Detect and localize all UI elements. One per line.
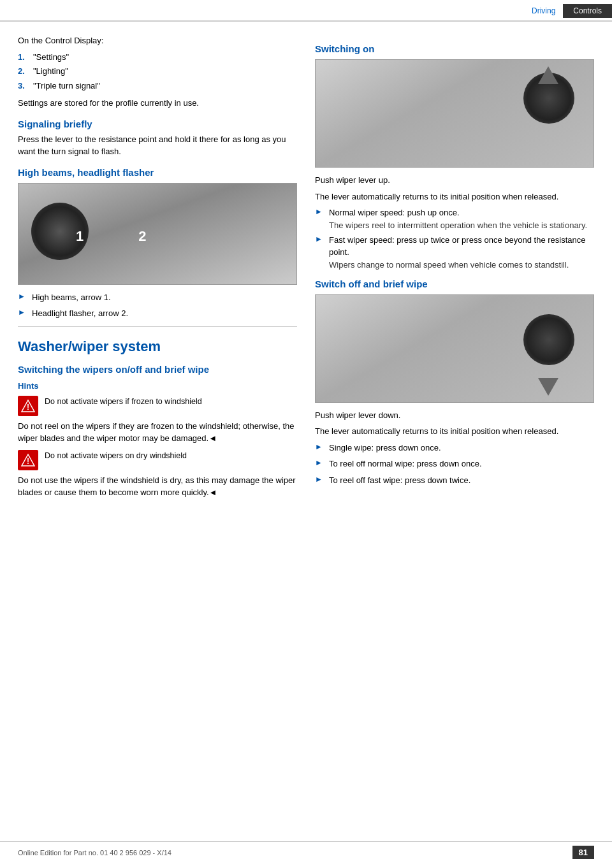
bullet-arrow-2: ►: [18, 308, 27, 317]
numbered-item-1: 1. "Settings": [18, 51, 297, 64]
item-2-text: "Lighting": [33, 65, 68, 78]
bullet-fast-speed: ► Fast wiper speed: press up twice or pr…: [315, 234, 594, 270]
bullet-arrow-7: ►: [315, 475, 324, 484]
warning-2-detail: Do not use the wipers if the windshield …: [18, 474, 297, 499]
warning-1-text: Do not activate wipers if frozen to wind…: [45, 396, 202, 408]
num-2: 2.: [18, 65, 29, 78]
bullet-fast-wipe-label: To reel off fast wipe: press down twice.: [329, 474, 470, 487]
wiper-lever-up-image: [315, 59, 594, 168]
bullet-single-wipe: ► Single wipe: press down once.: [315, 442, 594, 454]
main-content: On the Control Display: 1. "Settings" 2.…: [0, 22, 612, 516]
wiper-lever-down-image: [315, 294, 594, 403]
high-beams-image: [18, 183, 297, 285]
high-beams-bullets: ► High beams, arrow 1. ► Headlight flash…: [18, 291, 297, 320]
settings-note: Settings are stored for the profile curr…: [18, 97, 297, 110]
header-driving-label: Driving: [524, 4, 563, 18]
warning-triangle-icon-2: !: [21, 453, 35, 467]
warning-box-1: ! Do not activate wipers if frozen to wi…: [18, 396, 297, 416]
bullet-normal-speed: ► Normal wiper speed: push up once. The …: [315, 206, 594, 230]
bullet-single-wipe-label: Single wipe: press down once.: [329, 442, 441, 454]
warning-icon-2: !: [18, 450, 38, 470]
page-header: Driving Controls: [0, 0, 612, 22]
switching-on-bullets: ► Normal wiper speed: push up once. The …: [315, 206, 594, 270]
bullet-normal-speed-label: Normal wiper speed: push up once.: [329, 206, 587, 219]
page-footer: Online Edition for Part no. 01 40 2 956 …: [0, 841, 612, 859]
high-beams-title: High beams, headlight flasher: [18, 167, 297, 178]
warning-box-2: ! Do not activate wipers on dry windshie…: [18, 450, 297, 470]
intro-text: On the Control Display:: [18, 34, 297, 47]
numbered-list: 1. "Settings" 2. "Lighting" 3. "Triple t…: [18, 51, 297, 92]
bullet-arrow-4: ►: [315, 235, 324, 243]
switch-off-title: Switch off and brief wipe: [315, 278, 594, 289]
signaling-briefly-text: Press the lever to the resistance point …: [18, 133, 297, 158]
item-3-text: "Triple turn signal": [33, 80, 100, 92]
footer-page: 81: [572, 846, 594, 859]
header-controls-label: Controls: [563, 4, 612, 18]
num-1: 1.: [18, 51, 29, 64]
warning-2-text: Do not activate wipers on dry windshield: [45, 450, 187, 462]
hints-title: Hints: [18, 381, 297, 391]
bullet-fast-speed-label: Fast wiper speed: press up twice or pres…: [329, 234, 594, 259]
arrow-up-icon: [538, 66, 558, 84]
bullet-arrow-1: ►: [18, 292, 27, 301]
numbered-item-3: 3. "Triple turn signal": [18, 80, 297, 92]
bullet-high-beams-2-text: Headlight flasher, arrow 2.: [32, 307, 128, 320]
bullet-high-beams-1: ► High beams, arrow 1.: [18, 291, 297, 304]
switching-wipers-title: Switching the wipers on/off and brief wi…: [18, 364, 297, 375]
lever-returns-2-text: The lever automatically returns to its i…: [315, 425, 594, 438]
bullet-arrow-6: ►: [315, 458, 324, 467]
bullet-fast-wipe: ► To reel off fast wipe: press down twic…: [315, 474, 594, 487]
bullet-high-beams-2: ► Headlight flasher, arrow 2.: [18, 307, 297, 320]
svg-text:!: !: [27, 457, 29, 466]
switching-on-title: Switching on: [315, 43, 594, 54]
svg-text:!: !: [27, 403, 29, 412]
push-lever-down-text: Push wiper lever down.: [315, 409, 594, 422]
item-1-text: "Settings": [33, 51, 69, 64]
push-lever-up-text: Push wiper lever up.: [315, 174, 594, 187]
bullet-arrow-5: ►: [315, 442, 324, 451]
right-column: Switching on Push wiper lever up. The le…: [315, 34, 594, 503]
lever-returns-text: The lever automatically returns to its i…: [315, 191, 594, 203]
bullet-normal-speed-sub: The wipers reel to intermittent operatio…: [329, 221, 587, 230]
arrow-down-icon: [538, 378, 558, 396]
bullet-arrow-3: ►: [315, 207, 324, 216]
warning-triangle-icon: !: [21, 399, 35, 413]
left-column: On the Control Display: 1. "Settings" 2.…: [18, 34, 297, 503]
warning-1-detail: Do not reel on the wipers if they are fr…: [18, 420, 297, 445]
washer-wiper-title: Washer/wiper system: [18, 338, 297, 355]
section-divider: [18, 326, 297, 327]
switch-off-bullets: ► Single wipe: press down once. ► To ree…: [315, 442, 594, 487]
warning-icon-1: !: [18, 396, 38, 416]
bullet-fast-speed-sub: Wipers change to normal speed when vehic…: [329, 260, 594, 270]
bullet-normal-wipe-label: To reel off normal wipe: press down once…: [329, 458, 482, 470]
num-3: 3.: [18, 80, 29, 92]
bullet-normal-wipe: ► To reel off normal wipe: press down on…: [315, 458, 594, 470]
numbered-item-2: 2. "Lighting": [18, 65, 297, 78]
footer-part-no: Online Edition for Part no. 01 40 2 956 …: [18, 849, 171, 857]
signaling-briefly-title: Signaling briefly: [18, 119, 297, 129]
bullet-high-beams-1-text: High beams, arrow 1.: [32, 291, 111, 304]
